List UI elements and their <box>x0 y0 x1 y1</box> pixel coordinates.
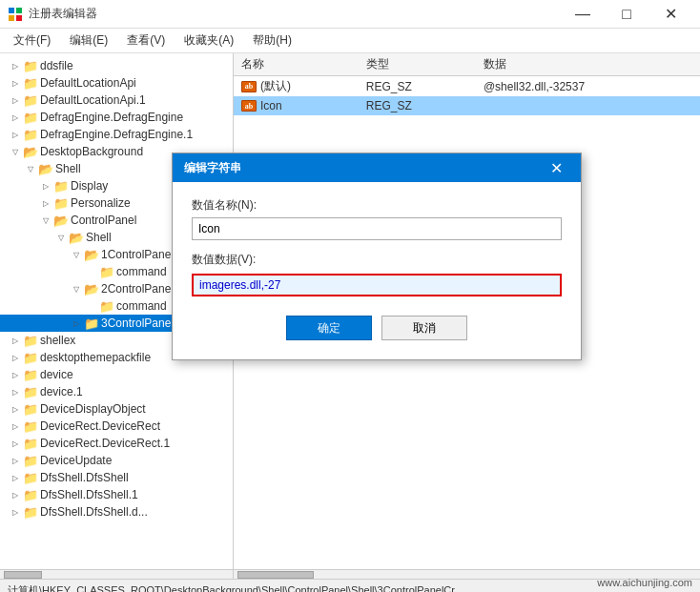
tree-item-device1[interactable]: ▷ 📁 device.1 <box>0 383 233 400</box>
row-data: @shell32.dll,-32537 <box>476 76 700 97</box>
data-input[interactable] <box>192 274 562 296</box>
folder-icon: 📁 <box>53 178 69 194</box>
row-name: ab (默认) <box>234 76 359 97</box>
svg-rect-0 <box>9 8 14 13</box>
svg-rect-3 <box>16 15 22 21</box>
tree-label: Display <box>71 179 108 193</box>
expand-icon: ▽ <box>53 230 69 245</box>
folder-icon: 📁 <box>23 110 38 125</box>
folder-icon: 📂 <box>38 161 53 176</box>
tree-label: device.1 <box>40 385 83 398</box>
expand-icon: ▷ <box>8 384 23 399</box>
tree-label: DeviceUpdate <box>40 454 112 467</box>
tree-label: shellex <box>40 334 75 347</box>
app-icon <box>8 7 23 22</box>
reg-icon: ab <box>241 100 257 112</box>
watermark: www.aichunjing.com <box>597 577 692 588</box>
expand-icon <box>84 264 99 279</box>
folder-icon: 📁 <box>23 367 38 382</box>
menu-bar: 文件(F) 编辑(E) 查看(V) 收藏夹(A) 帮助(H) <box>0 29 700 53</box>
folder-icon: 📂 <box>84 247 99 262</box>
tree-label: DfsShell.DfsShell.1 <box>40 488 138 501</box>
restore-button[interactable]: □ <box>605 0 649 29</box>
data-label: 数值数据(V): <box>192 252 562 268</box>
tree-hscroll[interactable] <box>0 570 234 579</box>
ok-button[interactable]: 确定 <box>286 316 372 340</box>
tree-item-defaultlocationapi[interactable]: ▷ 📁 DefaultLocationApi <box>0 74 233 92</box>
tree-label: Shell <box>86 231 112 244</box>
menu-help[interactable]: 帮助(H) <box>243 30 301 51</box>
folder-icon: 📁 <box>23 504 38 520</box>
folder-icon: 📁 <box>23 401 38 417</box>
expand-icon: ▷ <box>8 92 23 108</box>
expand-icon: ▷ <box>38 195 53 211</box>
menu-favorites[interactable]: 收藏夹(A) <box>175 30 243 51</box>
expand-icon: ▷ <box>8 436 23 451</box>
menu-view[interactable]: 查看(V) <box>117 30 175 51</box>
tree-item-ddsfile[interactable]: ▷ 📁 ddsfile <box>0 57 233 74</box>
expand-icon: ▷ <box>8 75 23 91</box>
tree-item-devicedisplayobject[interactable]: ▷ 📁 DeviceDisplayObject <box>0 400 233 418</box>
tree-item-deviceupdate[interactable]: ▷ 📁 DeviceUpdate <box>0 452 233 469</box>
tree-item-device[interactable]: ▷ 📁 device <box>0 366 233 383</box>
col-type: 类型 <box>359 53 476 76</box>
title-bar: 注册表编辑器 — □ ✕ <box>0 0 700 29</box>
tree-item-defaultlocationapi1[interactable]: ▷ 📁 DefaultLocationApi.1 <box>0 92 233 109</box>
expand-icon: ▷ <box>8 470 23 485</box>
folder-icon: 📂 <box>53 213 69 228</box>
row-data <box>476 96 700 115</box>
tree-item-dfsshell-d[interactable]: ▷ 📁 DfsShell.DfsShell.d... <box>0 503 233 521</box>
folder-icon: 📁 <box>23 436 38 451</box>
expand-icon: ▷ <box>38 178 53 194</box>
dialog-close-button[interactable]: ✕ <box>543 154 569 181</box>
tree-item-dfsshell[interactable]: ▷ 📁 DfsShell.DfsShell <box>0 469 233 486</box>
row-name-text: (默认) <box>260 78 291 94</box>
tree-item-devicerect1[interactable]: ▷ 📁 DeviceRect.DeviceRect.1 <box>0 435 233 452</box>
dialog-body: 数值名称(N): 数值数据(V): 确定 取消 <box>173 182 581 359</box>
expand-icon: ▽ <box>69 247 84 262</box>
tree-item-dfsshell1[interactable]: ▷ 📁 DfsShell.DfsShell.1 <box>0 486 233 503</box>
folder-icon: 📁 <box>23 418 38 434</box>
tree-label: ddsfile <box>40 59 73 72</box>
close-button[interactable]: ✕ <box>649 0 692 29</box>
expand-icon: ▽ <box>38 213 53 228</box>
folder-icon: 📁 <box>23 350 38 365</box>
folder-icon: 📁 <box>23 58 38 73</box>
table-row-selected[interactable]: ab Icon REG_SZ <box>234 96 700 115</box>
tree-label: command <box>116 299 167 313</box>
expand-icon: ▷ <box>8 350 23 365</box>
row-type: REG_SZ <box>359 76 476 97</box>
tree-label: Personalize <box>71 196 131 210</box>
menu-file[interactable]: 文件(F) <box>4 30 60 51</box>
tree-item-defragengine[interactable]: ▷ 📁 DefragEngine.DefragEngine <box>0 109 233 126</box>
tree-label: DesktopBackground <box>40 145 143 158</box>
folder-icon: 📁 <box>23 92 38 108</box>
expand-icon: ▷ <box>8 418 23 434</box>
tree-label: command <box>116 265 167 278</box>
expand-icon: ▷ <box>8 110 23 125</box>
tree-item-devicerect[interactable]: ▷ 📁 DeviceRect.DeviceRect <box>0 418 233 435</box>
dialog-buttons: 确定 取消 <box>192 316 562 340</box>
cancel-button[interactable]: 取消 <box>381 316 467 340</box>
folder-icon: 📂 <box>69 230 84 245</box>
table-row[interactable]: ab (默认) REG_SZ @shell32.dll,-32537 <box>234 76 700 97</box>
minimize-button[interactable]: — <box>561 0 605 29</box>
folder-icon: 📁 <box>53 195 69 211</box>
expand-icon: ▷ <box>8 487 23 502</box>
watermark-text: www.aichunjing.com <box>597 577 692 588</box>
tree-label: desktopthemepackfile <box>40 351 151 364</box>
name-input[interactable] <box>192 217 562 240</box>
expand-icon: ▷ <box>8 367 23 382</box>
expand-icon: ▷ <box>8 401 23 417</box>
expand-icon: ▷ <box>8 333 23 348</box>
tree-label: DeviceRect.DeviceRect.1 <box>40 437 170 450</box>
menu-edit[interactable]: 编辑(E) <box>60 30 117 51</box>
tree-item-defragengine1[interactable]: ▷ 📁 DefragEngine.DefragEngine.1 <box>0 126 233 143</box>
folder-icon: 📁 <box>23 470 38 485</box>
row-name-text: Icon <box>260 99 282 112</box>
tree-label: DefragEngine.DefragEngine <box>40 111 183 124</box>
status-text: 计算机\HKEY_CLASSES_ROOT\DesktopBackground\… <box>8 583 455 592</box>
tree-label: DeviceRect.DeviceRect <box>40 419 160 433</box>
folder-icon: 📁 <box>23 75 38 91</box>
expand-icon: ▽ <box>23 161 38 176</box>
